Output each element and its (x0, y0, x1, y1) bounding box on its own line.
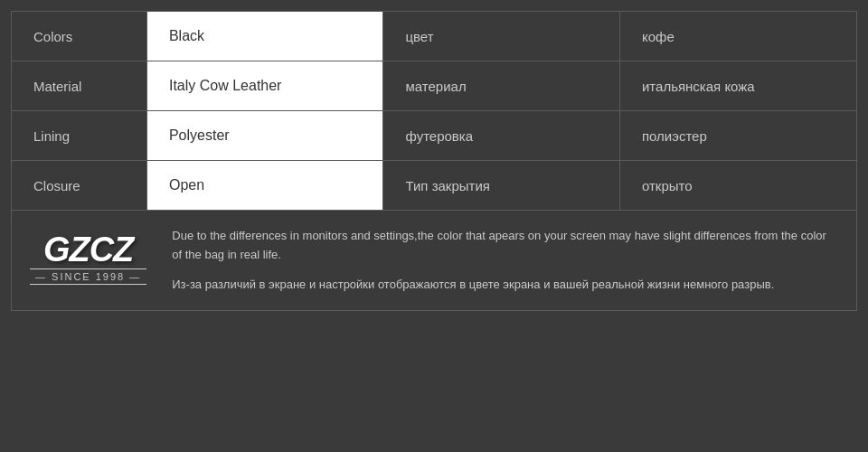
row-value: Polyester (146, 111, 383, 161)
row-label: Material (12, 61, 146, 111)
row-value: Italy Cow Leather (146, 61, 383, 111)
table-row: MaterialItaly Cow Leatherматериалитальян… (12, 61, 856, 111)
row-ru-label: материал (383, 61, 620, 111)
row-ru-label: футеровка (383, 111, 620, 161)
table-row: ColorsBlackцветкофе (12, 12, 856, 61)
row-label: Colors (12, 12, 146, 61)
brand-logo: GZCZ — SINCE 1998 — (30, 227, 146, 285)
row-ru-label: цвет (383, 12, 620, 61)
footer-en-text: Due to the differences in monitors and s… (172, 227, 838, 265)
row-ru-value: кофе (619, 12, 856, 61)
row-label: Lining (12, 111, 146, 161)
page-wrapper: ColorsBlackцветкофеMaterialItaly Cow Lea… (0, 0, 868, 452)
logo-text: GZCZ (43, 232, 133, 267)
row-label: Closure (12, 161, 146, 211)
table-row: ClosureOpenТип закрытияоткрыто (12, 161, 856, 211)
table-row: LiningPolyesterфутеровкаполиэстер (12, 111, 856, 161)
footer-section: GZCZ — SINCE 1998 — Due to the differenc… (11, 211, 857, 311)
row-ru-value: итальянская кожа (619, 61, 856, 111)
row-ru-label: Тип закрытия (383, 161, 620, 211)
row-ru-value: открыто (619, 161, 856, 211)
footer-text-area: Due to the differences in monitors and s… (172, 227, 838, 294)
product-table-container: ColorsBlackцветкофеMaterialItaly Cow Lea… (11, 11, 857, 211)
logo-since: — SINCE 1998 — (30, 268, 146, 285)
footer-ru-text: Из-за различий в экране и настройки отоб… (172, 276, 838, 295)
row-value: Black (146, 12, 383, 61)
row-ru-value: полиэстер (619, 111, 856, 161)
row-value: Open (146, 161, 383, 211)
product-table: ColorsBlackцветкофеMaterialItaly Cow Lea… (12, 12, 856, 210)
